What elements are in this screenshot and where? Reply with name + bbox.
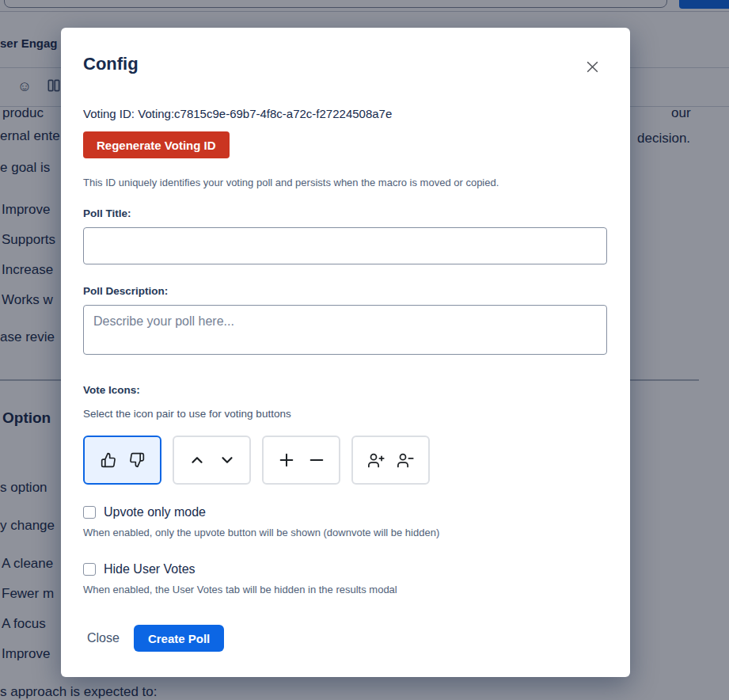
create-poll-button[interactable]: Create Poll (134, 625, 224, 652)
poll-title-label: Poll Title: (83, 207, 131, 219)
chevron-up-icon (188, 451, 206, 469)
vote-icons-help-text: Select the icon pair to use for voting b… (83, 408, 291, 420)
upvote-only-help-text: When enabled, only the upvote button wil… (83, 527, 439, 538)
upvote-only-row: Upvote only mode (83, 505, 206, 519)
hide-user-votes-checkbox[interactable] (83, 563, 96, 576)
close-button[interactable]: Close (74, 624, 132, 652)
thumbs-down-icon (129, 452, 145, 468)
minus-icon (308, 451, 325, 469)
modal-footer: Close Create Poll (74, 624, 224, 652)
close-icon[interactable] (583, 57, 602, 76)
poll-description-label: Poll Description: (83, 285, 168, 297)
vote-icon-options (83, 436, 430, 485)
modal-title: Config (83, 54, 139, 74)
poll-title-input[interactable] (83, 227, 607, 264)
hide-user-votes-help-text: When enabled, the User Votes tab will be… (83, 584, 397, 595)
icon-option-chevrons[interactable] (173, 436, 251, 485)
regenerate-voting-id-button[interactable]: Regenerate Voting ID (83, 131, 230, 158)
poll-description-textarea[interactable] (83, 305, 607, 355)
upvote-only-checkbox[interactable] (83, 506, 96, 519)
icon-option-thumbs[interactable] (83, 436, 161, 485)
voting-id-help-text: This ID uniquely identifies your voting … (83, 177, 499, 188)
config-modal: Config Voting ID: Voting:c7815c9e-69b7-4… (61, 28, 630, 677)
vote-icons-label: Vote Icons: (83, 384, 140, 396)
icon-option-plus-minus[interactable] (262, 436, 340, 485)
person-minus-icon (397, 452, 414, 469)
icon-option-person-plus-minus[interactable] (351, 436, 430, 485)
hide-user-votes-row: Hide User Votes (83, 562, 196, 576)
hide-user-votes-label: Hide User Votes (104, 562, 196, 576)
chevron-down-icon (218, 451, 236, 469)
person-plus-icon (368, 452, 385, 469)
plus-icon (278, 451, 295, 469)
thumbs-up-icon (101, 452, 116, 468)
voting-id-text: Voting ID: Voting:c7815c9e-69b7-4f8c-a72… (83, 107, 392, 120)
upvote-only-label: Upvote only mode (104, 505, 206, 519)
